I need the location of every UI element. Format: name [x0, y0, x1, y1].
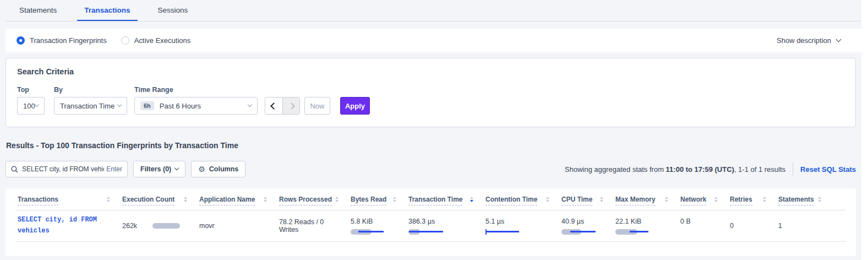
- chevron-down-icon: [248, 102, 252, 107]
- sort-icon[interactable]: [184, 197, 187, 202]
- search-enter-hint: Enter: [106, 165, 122, 173]
- sort-icon[interactable]: [107, 197, 110, 202]
- chevron-left-icon: [270, 102, 277, 110]
- by-select[interactable]: Transaction Time: [54, 97, 127, 115]
- gear-icon: ⚙: [198, 165, 205, 173]
- cell-cpu-time: 40.9 µs: [561, 218, 615, 235]
- column-header-rows-processed[interactable]: Rows Processed: [279, 196, 351, 205]
- time-range-value: Past 6 Hours: [160, 102, 201, 110]
- sort-icon[interactable]: [665, 197, 668, 202]
- column-header-network[interactable]: Network: [680, 196, 730, 205]
- cell-max-memory: 22.1 KiB: [615, 218, 680, 235]
- sort-icon[interactable]: [264, 197, 267, 202]
- show-description-label: Show description: [777, 36, 831, 45]
- search-icon: [11, 166, 18, 173]
- network-value: 0 B: [680, 218, 718, 225]
- column-header-max-memory[interactable]: Max Memory: [615, 196, 680, 205]
- radio-label: Active Executions: [134, 36, 191, 45]
- stats-time-range: 11:00 to 17:59 (UTC): [666, 165, 734, 174]
- transaction-fingerprint-link[interactable]: SELECT city, id FROM vehicles: [18, 215, 106, 237]
- apply-button[interactable]: Apply: [340, 97, 370, 115]
- network-bar-empty: [680, 229, 730, 235]
- top-label: Top: [17, 86, 54, 94]
- column-header-retries[interactable]: Retries: [730, 196, 778, 205]
- sort-icon-active-desc[interactable]: [470, 197, 473, 202]
- radio-active-executions[interactable]: Active Executions: [121, 36, 191, 45]
- column-header-bytes-read[interactable]: Bytes Read: [351, 196, 408, 205]
- chevron-down-icon: [174, 166, 179, 170]
- max-memory-bar: [615, 229, 665, 235]
- radio-unselected-icon[interactable]: [121, 36, 129, 45]
- filters-button[interactable]: Filters (0): [133, 161, 185, 177]
- sort-icon[interactable]: [393, 197, 396, 202]
- execution-count-value: 262k: [122, 222, 137, 230]
- time-window-nav: [265, 97, 300, 115]
- execution-count-bar: [152, 223, 180, 229]
- column-header-contention-time[interactable]: Contention Time: [485, 196, 561, 205]
- transaction-time-bar: [408, 229, 458, 235]
- tab-sessions[interactable]: Sessions: [151, 0, 195, 21]
- time-range-badge: 6h: [140, 101, 154, 110]
- sort-icon[interactable]: [714, 197, 718, 202]
- tab-transactions[interactable]: Transactions: [77, 0, 137, 21]
- time-range-field: Time Range 6h Past 6 Hours: [134, 86, 258, 115]
- columns-button[interactable]: ⚙ Columns: [191, 161, 245, 177]
- sort-icon[interactable]: [763, 197, 766, 202]
- search-input[interactable]: [22, 165, 104, 173]
- radio-transaction-fingerprints[interactable]: Transaction Fingerprints: [17, 36, 107, 45]
- bytes-read-bar: [351, 229, 400, 235]
- cell-application-name: movr: [199, 222, 279, 230]
- view-mode-bar: Transaction Fingerprints Active Executio…: [6, 29, 861, 52]
- prev-time-window-button[interactable]: [265, 98, 282, 114]
- now-button[interactable]: Now: [304, 97, 330, 115]
- transactions-table: Transactions Execution Count Application…: [6, 188, 856, 256]
- cell-bytes-read: 5.8 KiB: [351, 218, 408, 235]
- time-range-select[interactable]: 6h Past 6 Hours: [134, 97, 258, 115]
- sort-icon[interactable]: [600, 197, 603, 202]
- cell-execution-count: 262k: [122, 222, 199, 230]
- next-time-window-button[interactable]: [282, 98, 299, 114]
- time-range-label: Time Range: [134, 86, 258, 94]
- top-field: Top 100: [17, 86, 54, 115]
- column-header-statements[interactable]: Statements: [778, 196, 833, 205]
- chevron-down-icon: [35, 102, 39, 107]
- max-memory-value: 22.1 KiB: [615, 218, 668, 225]
- table-row-rule: [15, 241, 846, 242]
- reset-sql-stats-link[interactable]: Reset SQL Stats: [800, 165, 856, 174]
- columns-button-label: Columns: [209, 165, 238, 173]
- search-criteria-controls: Top 100 By Transaction Time Time Range 6…: [17, 86, 370, 115]
- search-input-box[interactable]: Enter: [6, 161, 128, 177]
- aggregated-stats-text: Showing aggregated stats from 11:00 to 1…: [565, 165, 785, 174]
- chevron-right-icon: [288, 102, 295, 110]
- by-field: By Transaction Time: [54, 86, 134, 115]
- sort-icon[interactable]: [335, 197, 339, 202]
- chevron-down-icon: [117, 102, 122, 107]
- column-header-transactions[interactable]: Transactions: [18, 196, 122, 205]
- radio-selected-icon[interactable]: [17, 36, 25, 45]
- transaction-time-value: 386.3 µs: [408, 218, 473, 225]
- results-toolbar: Enter Filters (0) ⚙ Columns Showing aggr…: [6, 161, 856, 177]
- tab-statements[interactable]: Statements: [12, 0, 64, 21]
- column-header-execution-count[interactable]: Execution Count: [122, 196, 199, 205]
- sort-icon[interactable]: [818, 197, 821, 202]
- column-header-cpu-time[interactable]: CPU Time: [561, 196, 615, 205]
- by-label: By: [54, 86, 134, 94]
- cpu-time-bar: [561, 229, 611, 235]
- table-row: SELECT city, id FROM vehicles 262k movr …: [6, 210, 856, 241]
- scrollbar-gutter[interactable]: [861, 0, 868, 260]
- column-header-application-name[interactable]: Application Name: [199, 196, 279, 205]
- bytes-read-value: 5.8 KiB: [351, 218, 396, 225]
- contention-time-value: 5.1 µs: [485, 218, 549, 225]
- cell-contention-time: 5.1 µs: [485, 218, 561, 235]
- sort-icon[interactable]: [546, 197, 549, 202]
- tab-bar-divider: [6, 21, 861, 21]
- show-description-toggle[interactable]: Show description: [777, 36, 840, 45]
- tab-bar: Statements Transactions Sessions: [6, 0, 201, 21]
- column-header-transaction-time[interactable]: Transaction Time: [408, 196, 485, 205]
- cell-transaction-time: 386.3 µs: [408, 218, 485, 235]
- search-criteria-title: Search Criteria: [17, 67, 74, 76]
- filters-button-label: Filters (0): [140, 165, 171, 173]
- top-select[interactable]: 100: [17, 97, 45, 115]
- search-criteria-card: Search Criteria Top 100 By Transaction T…: [6, 58, 856, 127]
- cell-rows-processed: 78.2 Reads / 0 Writes: [279, 218, 351, 234]
